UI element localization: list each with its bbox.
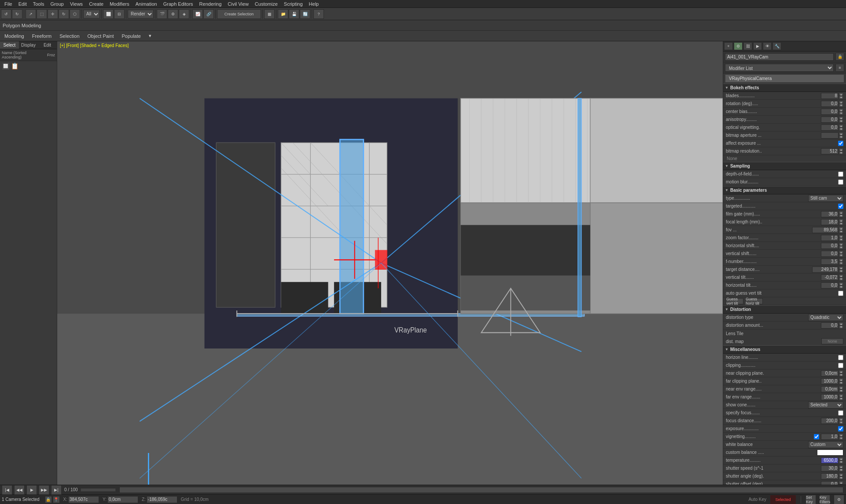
timeline-scrubber[interactable] xyxy=(119,487,843,493)
create-selection-btn[interactable]: Create Selection xyxy=(217,9,261,19)
fov-spinner[interactable]: ▲ ▼ xyxy=(812,227,843,233)
rotation-down[interactable]: ▼ xyxy=(839,104,843,107)
horiz-tilt-down[interactable]: ▼ xyxy=(839,285,843,289)
far-clipping-spinner[interactable]: ▲ ▼ xyxy=(821,378,843,384)
modifier-config-icon[interactable]: ≡ xyxy=(835,64,844,72)
shutter-speed-input[interactable] xyxy=(821,465,839,471)
modeling-tab[interactable]: Modeling xyxy=(2,33,27,40)
optical-vignetting-up[interactable]: ▲ xyxy=(839,124,843,128)
rp-hierarchy-icon[interactable]: ⛓ xyxy=(743,42,752,50)
guess-horiz-tilt-btn[interactable]: Guess horiz tilt xyxy=(745,298,763,304)
render-btn[interactable]: 🎬 xyxy=(157,9,167,19)
rp-modify-icon[interactable]: ⚙ xyxy=(734,42,743,50)
fnumber-input[interactable] xyxy=(821,259,839,265)
specify-focus-checkbox[interactable] xyxy=(838,410,843,416)
focus-distance-down[interactable]: ▼ xyxy=(839,421,843,424)
bitmap-resolution-down[interactable]: ▼ xyxy=(839,151,843,154)
freeform-tab[interactable]: Freeform xyxy=(29,33,55,40)
horiz-tilt-spinner[interactable]: ▲ ▼ xyxy=(821,282,843,289)
timeline-end-btn[interactable]: ▶▶ xyxy=(39,485,49,495)
fov-down[interactable]: ▼ xyxy=(839,230,843,233)
shutter-speed-down[interactable]: ▼ xyxy=(839,468,843,471)
bitmap-resolution-spinner[interactable]: ▲ ▼ xyxy=(821,148,843,154)
horizon-line-checkbox[interactable] xyxy=(838,355,843,360)
vignetting-checkbox[interactable] xyxy=(814,434,819,439)
menu-file[interactable]: File xyxy=(2,1,15,7)
viewport-area[interactable]: [+] [Front] [Shaded + Edged Faces] TOP xyxy=(57,41,723,485)
material-editor-btn[interactable]: ◈ xyxy=(179,9,189,19)
targeted-checkbox[interactable] xyxy=(838,204,843,209)
film-gate-input[interactable] xyxy=(821,211,839,217)
vert-tilt-input[interactable] xyxy=(821,274,839,281)
film-gate-spinner[interactable]: ▲ ▼ xyxy=(821,211,843,217)
far-clipping-input[interactable] xyxy=(821,378,839,384)
horiz-tilt-input[interactable] xyxy=(821,282,839,289)
vignetting-down[interactable]: ▼ xyxy=(839,437,843,440)
menu-customize[interactable]: Customize xyxy=(252,1,280,7)
modifier-item[interactable]: VRayPhysicalCamera xyxy=(725,74,844,83)
optical-vignetting-input[interactable] xyxy=(821,124,839,131)
save-btn[interactable]: 💾 xyxy=(289,9,299,19)
help-btn[interactable]: ? xyxy=(313,9,324,19)
shutter-offset-down[interactable]: ▼ xyxy=(839,484,843,485)
zoom-factor-spinner[interactable]: ▲ ▼ xyxy=(821,235,843,241)
center-bias-input[interactable] xyxy=(821,109,839,115)
anisotropy-down[interactable]: ▼ xyxy=(839,120,843,123)
horiz-shift-spinner[interactable]: ▲ ▼ xyxy=(821,243,843,249)
auto-guess-checkbox[interactable] xyxy=(838,291,843,296)
menu-modifiers[interactable]: Modifiers xyxy=(107,1,132,7)
progress-track[interactable] xyxy=(81,488,116,492)
select-btn[interactable]: ↗ xyxy=(26,9,36,19)
shutter-offset-input[interactable] xyxy=(821,481,839,485)
zoom-factor-up[interactable]: ▲ xyxy=(839,235,843,238)
focus-distance-input[interactable] xyxy=(821,418,839,424)
vert-tilt-down[interactable]: ▼ xyxy=(839,278,843,281)
vert-shift-down[interactable]: ▼ xyxy=(839,254,843,257)
menu-edit[interactable]: Edit xyxy=(16,1,29,7)
center-bias-up[interactable]: ▲ xyxy=(839,109,843,112)
clipping-checkbox[interactable] xyxy=(838,363,843,368)
temperature-spinner[interactable]: ▲ ▼ xyxy=(821,457,843,464)
z-input[interactable] xyxy=(147,496,177,503)
misc-section-header[interactable]: ▼ Miscellaneous xyxy=(723,345,846,354)
timeline-play-btn[interactable]: ▶ xyxy=(26,485,37,495)
populate-tab[interactable]: Populate xyxy=(119,33,143,40)
set-key-btn[interactable]: Set Key xyxy=(806,495,816,504)
menu-animation[interactable]: Animation xyxy=(133,1,160,7)
custom-balance-swatch[interactable] xyxy=(817,449,843,456)
distortion-amount-up[interactable]: ▲ xyxy=(839,322,843,325)
zoom-factor-down[interactable]: ▼ xyxy=(839,238,843,241)
near-env-up[interactable]: ▲ xyxy=(839,386,843,389)
select-region-btn[interactable]: ⬚ xyxy=(37,9,47,19)
temperature-down[interactable]: ▼ xyxy=(839,460,843,464)
show-cone-select[interactable]: Selected Always Never xyxy=(808,402,843,409)
key-filters-btn[interactable]: Key Filters xyxy=(820,495,830,504)
blades-up[interactable]: ▲ xyxy=(839,93,843,96)
undo-btn[interactable]: ↺ xyxy=(1,9,11,19)
move-btn[interactable]: ✛ xyxy=(48,9,58,19)
film-gate-up[interactable]: ▲ xyxy=(839,211,843,214)
named-sets-btn[interactable]: ▦ xyxy=(264,9,275,19)
blades-down[interactable]: ▼ xyxy=(839,96,843,99)
temperature-input[interactable] xyxy=(821,457,839,464)
near-clipping-spinner[interactable]: ▲ ▼ xyxy=(821,370,843,376)
vert-tilt-spinner[interactable]: ▲ ▼ xyxy=(821,274,843,281)
far-env-input[interactable] xyxy=(821,394,839,400)
target-dist-spinner[interactable]: ▲ ▼ xyxy=(812,267,843,273)
anisotropy-spinner[interactable]: ▲ ▼ xyxy=(821,117,843,123)
rotation-input[interactable] xyxy=(821,101,839,107)
bitmap-aperture-input[interactable] xyxy=(821,132,839,139)
zoom-factor-input[interactable] xyxy=(821,235,839,241)
fov-input[interactable] xyxy=(812,227,839,233)
bitmap-resolution-input[interactable] xyxy=(821,148,839,154)
shutter-angle-input[interactable] xyxy=(821,473,839,479)
basic-section-header[interactable]: ▼ Basic parameters xyxy=(723,186,846,194)
distortion-amount-down[interactable]: ▼ xyxy=(839,325,843,329)
populate-dropdown[interactable]: ▾ xyxy=(146,32,154,40)
camera-name-field[interactable]: Ai41_001_VRayCam xyxy=(725,53,834,61)
motion-blur-checkbox[interactable] xyxy=(838,179,843,185)
near-clipping-up[interactable]: ▲ xyxy=(839,370,843,373)
menu-group[interactable]: Group xyxy=(48,1,66,7)
vert-shift-up[interactable]: ▲ xyxy=(839,251,843,254)
focal-length-down[interactable]: ▼ xyxy=(839,222,843,225)
